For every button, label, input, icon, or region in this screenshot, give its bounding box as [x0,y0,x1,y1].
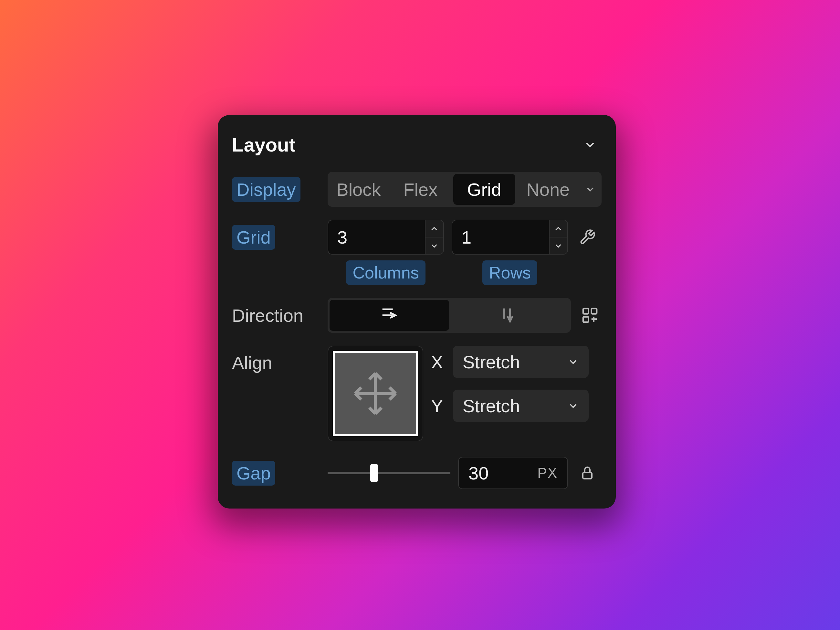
grid-sublabels: Columns Rows [232,261,602,285]
gap-label: Gap [232,461,275,486]
svg-rect-1 [592,308,597,314]
svg-rect-3 [583,472,592,479]
grid-dense-icon [581,306,599,324]
direction-row: Direction [232,298,602,333]
flow-row-icon [379,305,399,326]
dense-grid-button[interactable] [579,304,602,327]
chevron-down-icon [583,137,597,152]
svg-rect-0 [583,308,588,314]
grid-rows-stepper[interactable] [452,220,568,254]
display-segmented: Block Flex Grid None [328,172,602,207]
gap-unit: PX [537,465,557,481]
svg-rect-2 [583,317,588,322]
gap-lock-button[interactable] [576,461,599,485]
display-option-block[interactable]: Block [328,172,390,207]
chevron-down-icon [567,356,579,368]
display-more-button[interactable] [579,184,602,195]
grid-columns-stepper[interactable] [328,220,444,254]
align-y-axis-label: Y [431,395,445,417]
align-x-value: Stretch [463,352,520,373]
gap-value: 30 [469,463,488,484]
align-x-dropdown[interactable]: Stretch [453,346,589,378]
chevron-down-icon [429,241,439,251]
grid-rows-input[interactable] [452,220,549,254]
grid-columns-down-button[interactable] [425,237,443,254]
layout-panel: Layout Display Block Flex Grid None Grid [218,115,616,508]
align-y-dropdown[interactable]: Stretch [453,390,589,422]
slider-thumb[interactable] [370,464,378,482]
direction-column-button[interactable] [449,300,568,331]
panel-header: Layout [232,133,602,156]
grid-row: Grid [232,220,602,254]
chevron-up-icon [553,224,563,234]
chevron-up-icon [429,224,439,234]
direction-row-button[interactable] [330,300,449,331]
panel-title: Layout [232,134,295,156]
grid-columns-input[interactable] [328,220,425,254]
wrench-icon [579,229,596,246]
grid-columns-up-button[interactable] [425,220,443,237]
display-option-none[interactable]: None [517,172,579,207]
chevron-down-icon [553,241,563,251]
slider-track [328,472,450,474]
move-cross-icon [351,369,399,418]
chevron-down-icon [585,184,596,195]
chevron-down-icon [567,400,579,412]
rows-chip: Rows [482,261,537,285]
flow-column-icon [499,305,519,326]
collapse-panel-button[interactable] [578,133,602,156]
align-x-axis-label: X [431,352,445,373]
gap-row: Gap 30 PX [232,457,602,489]
direction-label: Direction [232,305,303,326]
gap-input[interactable]: 30 PX [458,457,568,489]
grid-label: Grid [232,225,275,250]
align-grid-picker[interactable] [328,346,423,441]
lock-icon [579,465,595,481]
display-row: Display Block Flex Grid None [232,172,602,207]
gap-slider[interactable] [328,472,450,474]
grid-settings-button[interactable] [576,226,599,249]
columns-chip: Columns [346,261,425,285]
display-option-grid[interactable]: Grid [453,174,515,205]
align-y-value: Stretch [463,395,520,417]
grid-rows-down-button[interactable] [549,237,567,254]
display-option-flex[interactable]: Flex [390,172,452,207]
direction-segmented [328,298,571,333]
align-row: Align X Stretch Y Stretch [232,346,602,441]
display-label: Display [232,177,300,202]
grid-rows-up-button[interactable] [549,220,567,237]
align-label: Align [232,352,272,373]
